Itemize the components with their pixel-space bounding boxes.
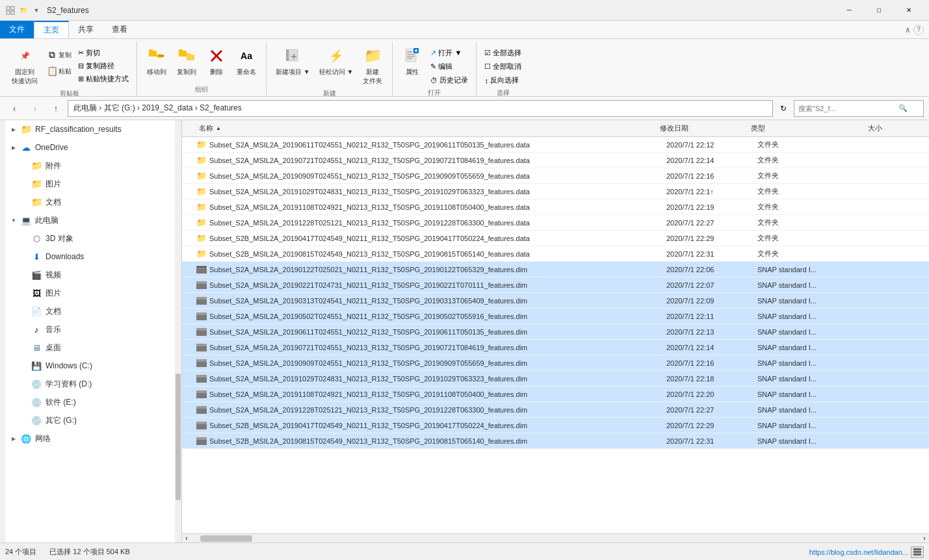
col-header-size[interactable]: 大小: [868, 123, 920, 133]
open-buttons: 属性 ↗ 打开 ▼ ✎ 编辑 ⏱ 历史记录: [398, 42, 471, 86]
maximize-button[interactable]: □: [864, 0, 894, 21]
table-row[interactable]: 📁 Subset_S2A_MSIL2A_20190721T024551_N021…: [182, 153, 929, 168]
sidebar-item-music[interactable]: ♪ 音乐: [5, 320, 175, 338]
table-row[interactable]: Subset_S2A_MSIL2A_20190909T024551_N0213_…: [182, 355, 929, 371]
table-row[interactable]: Subset_S2B_MSIL2A_20190815T024549_N0213_…: [182, 433, 929, 449]
sidebar-item-attachments[interactable]: 📁 附件: [5, 157, 175, 175]
sidebar-item-pictures-onedrive[interactable]: 📁 图片: [5, 175, 175, 193]
select-none-icon: ☐: [484, 62, 491, 71]
table-row[interactable]: Subset_S2A_MSIL2A_20191108T024921_N0213_…: [182, 387, 929, 402]
easy-access-button[interactable]: ⚡ 轻松访问 ▼: [315, 44, 358, 78]
refresh-button[interactable]: ↻: [776, 101, 791, 116]
h-scroll-thumb[interactable]: [200, 535, 252, 542]
file-type-cell: 文件夹: [757, 202, 874, 212]
table-row[interactable]: 📁 Subset_S2B_MSIL2A_20190815T024549_N021…: [182, 246, 929, 262]
sidebar-item-drive-c[interactable]: 💾 Windows (C:): [5, 357, 175, 375]
table-row[interactable]: Subset_S2A_MSIL2A_20190313T024541_N0211_…: [182, 293, 929, 309]
file-type-cell: SNAP standard I...: [757, 281, 874, 289]
table-row[interactable]: 📁 Subset_S2A_MSIL2A_20191228T025121_N021…: [182, 215, 929, 231]
col-header-type[interactable]: 类型: [751, 123, 868, 133]
table-row[interactable]: Subset_S2A_MSIL2A_20191029T024831_N0213_…: [182, 371, 929, 387]
table-row[interactable]: 📁 Subset_S2A_MSIL2A_20191108T024921_N021…: [182, 199, 929, 215]
col-header-name[interactable]: 名称 ▲: [194, 123, 660, 133]
expand-arrow-docs-od: [21, 199, 27, 205]
table-row[interactable]: 📁 Subset_S2B_MSIL2A_20190417T024549_N021…: [182, 231, 929, 246]
cut-button[interactable]: ✂ 剪切: [75, 47, 131, 59]
close-button[interactable]: ✕: [894, 0, 924, 21]
table-row[interactable]: Subset_S2A_MSIL2A_20190611T024551_N0212_…: [182, 324, 929, 340]
sidebar-scrollbar[interactable]: [175, 120, 181, 542]
sidebar-item-network[interactable]: ▶ 🌐 网络: [5, 429, 175, 448]
file-name-text: Subset_S2A_MSIL2A_20190909T024551_N0213_…: [209, 359, 527, 367]
sidebar-item-drive-d[interactable]: 💿 学习资料 (D:): [5, 375, 175, 393]
table-row[interactable]: 📁 Subset_S2A_MSIL2A_20191029T024831_N021…: [182, 184, 929, 199]
tab-share[interactable]: 共享: [69, 21, 103, 38]
paste-button[interactable]: 📋 粘贴: [43, 63, 74, 79]
tab-file[interactable]: 文件: [0, 21, 34, 38]
copy-button[interactable]: ⧉ 复制: [43, 47, 74, 62]
sidebar-item-this-pc[interactable]: ▼ 💻 此电脑: [5, 211, 175, 229]
search-input[interactable]: [798, 105, 896, 112]
table-row[interactable]: Subset_S2A_MSIL2A_20190502T024551_N0211_…: [182, 309, 929, 324]
col-header-date[interactable]: 修改日期: [660, 123, 751, 133]
move-to-button[interactable]: 移动到: [142, 44, 171, 78]
sidebar-item-rf-results[interactable]: ▶ 📁 RF_classification_results: [5, 120, 175, 138]
sidebar-label-music: 音乐: [46, 324, 61, 335]
table-row[interactable]: 📁 Subset_S2A_MSIL2A_20190909T024551_N021…: [182, 168, 929, 184]
copy-path-button[interactable]: ⊟ 复制路径: [75, 60, 131, 72]
invert-selection-button[interactable]: ↕ 反向选择: [482, 74, 524, 86]
sidebar-item-3d[interactable]: ⬡ 3D 对象: [5, 229, 175, 248]
ribbon-collapse-btn[interactable]: ∧: [905, 25, 911, 34]
table-row[interactable]: 📁 Subset_S2A_MSIL2A_20190611T024551_N021…: [182, 137, 929, 153]
up-button[interactable]: ↑: [47, 99, 65, 118]
sidebar-item-pictures[interactable]: 🖼 图片: [5, 284, 175, 302]
new-folder-button[interactable]: 📁 新建文件夹: [358, 44, 387, 87]
sidebar-label-drive-e: 软件 (E:): [46, 397, 76, 408]
table-row[interactable]: Subset_S2A_MSIL2A_20190721T024551_N0213_…: [182, 340, 929, 355]
tab-view[interactable]: 查看: [103, 21, 137, 38]
table-row[interactable]: Subset_S2A_MSIL2A_20190122T025021_N0211_…: [182, 262, 929, 277]
sidebar-item-drive-g[interactable]: 💿 其它 (G:): [5, 411, 175, 429]
back-button[interactable]: ‹: [5, 99, 23, 118]
sidebar-scroll[interactable]: ▶ 📁 RF_classification_results ▶ ☁ OneDri…: [5, 120, 175, 542]
edit-button[interactable]: ✎ 编辑: [428, 60, 471, 73]
sidebar-item-desktop[interactable]: 🖥 桌面: [5, 338, 175, 357]
table-row[interactable]: Subset_S2B_MSIL2A_20190417T024549_N0211_…: [182, 418, 929, 433]
new-item-button[interactable]: 新建项目 ▼: [272, 44, 314, 78]
forward-button[interactable]: ›: [26, 99, 44, 118]
select-all-button[interactable]: ☑ 全部选择: [482, 47, 524, 59]
select-none-button[interactable]: ☐ 全部取消: [482, 60, 524, 73]
rename-button[interactable]: Aa 重命名: [232, 44, 261, 78]
scroll-right-btn[interactable]: ›: [920, 534, 929, 543]
sidebar-item-downloads[interactable]: ⬇ Downloads: [5, 248, 175, 266]
sidebar-item-docs[interactable]: 📄 文档: [5, 302, 175, 320]
tab-home[interactable]: 主页: [34, 21, 69, 38]
search-box[interactable]: 🔍: [794, 100, 924, 117]
minimize-button[interactable]: ─: [834, 0, 864, 21]
svg-rect-54: [913, 554, 921, 555]
sidebar-item-onedrive[interactable]: ▶ ☁ OneDrive: [5, 138, 175, 157]
view-details-btn[interactable]: [911, 546, 924, 558]
help-btn[interactable]: ?: [913, 25, 924, 35]
open-button[interactable]: ↗ 打开 ▼: [428, 47, 471, 59]
down-arrow-icon[interactable]: ▼: [31, 5, 42, 16]
title-bar-icons: 📁 ▼: [5, 5, 42, 16]
table-row[interactable]: Subset_S2A_MSIL2A_20190221T024731_N0211_…: [182, 277, 929, 293]
paste-label: 粘贴: [59, 67, 72, 76]
copy-to-button[interactable]: 复制到: [172, 44, 201, 78]
sidebar-label-docs: 文档: [46, 306, 61, 317]
address-path[interactable]: 此电脑 › 其它 (G:) › 2019_S2_data › S2_featur…: [68, 100, 773, 117]
properties-button[interactable]: 属性: [398, 44, 426, 78]
sidebar-item-docs-onedrive[interactable]: 📁 文档: [5, 193, 175, 211]
sidebar-item-drive-e[interactable]: 💿 软件 (E:): [5, 393, 175, 411]
scroll-left-btn[interactable]: ‹: [182, 534, 191, 543]
horizontal-scrollbar[interactable]: ‹ ›: [182, 533, 929, 542]
paste-shortcut-button[interactable]: ⊞ 粘贴快捷方式: [75, 73, 131, 85]
file-list[interactable]: 📁 Subset_S2A_MSIL2A_20190611T024551_N021…: [182, 137, 929, 533]
h-scroll-track[interactable]: [200, 535, 911, 542]
pin-button[interactable]: 📌 固定到快速访问: [8, 44, 42, 87]
delete-button[interactable]: 删除: [202, 44, 231, 78]
sidebar-item-videos[interactable]: 🎬 视频: [5, 266, 175, 284]
history-button[interactable]: ⏱ 历史记录: [428, 74, 471, 86]
table-row[interactable]: Subset_S2A_MSIL2A_20191228T025121_N0213_…: [182, 402, 929, 418]
